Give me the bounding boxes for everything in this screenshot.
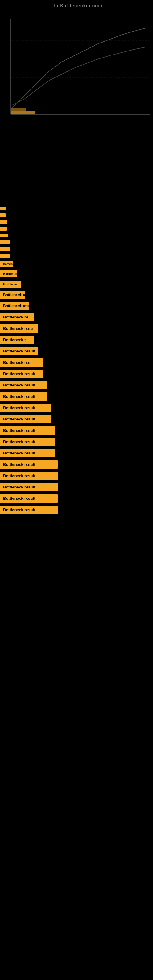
result-row-2 — [0, 213, 153, 218]
bottleneck-result-bar-27: Bottleneck result — [0, 460, 57, 469]
bottleneck-result-bar-19: Bottleneck result — [0, 370, 43, 378]
site-title: TheBottlenecker.com — [0, 0, 153, 10]
result-row-7: B — [0, 247, 153, 251]
result-row-23: Bottleneck result — [0, 414, 153, 424]
result-row-8: B — [0, 253, 153, 258]
bottleneck-result-bar-3 — [0, 220, 7, 224]
result-row-5 — [0, 233, 153, 238]
result-row-10: Bottleneck r — [0, 270, 153, 278]
result-row-16: Bottleneck r — [0, 335, 153, 345]
result-row-13: Bottleneck result — [0, 301, 153, 310]
bottleneck-result-bar-1 — [0, 207, 5, 210]
bottleneck-result-bar-17: Bottleneck result — [0, 347, 38, 355]
svg-rect-8 — [11, 108, 26, 111]
bottleneck-result-bar-2 — [0, 213, 5, 217]
result-row-20: Bottleneck result — [0, 380, 153, 390]
bottleneck-result-bar-8: B — [0, 254, 10, 258]
bottleneck-result-bar-22: Bottleneck result — [0, 404, 51, 412]
bottleneck-result-bar-5 — [0, 234, 8, 237]
result-row-26: Bottleneck result — [0, 449, 153, 458]
bottleneck-result-bar-20: Bottleneck result — [0, 381, 48, 389]
bottleneck-result-bar-9: Bottlen — [0, 261, 13, 267]
result-row-24: Bottleneck result — [0, 426, 153, 435]
bottleneck-result-bar-6: B — [0, 240, 10, 244]
result-row-17: Bottleneck result — [0, 346, 153, 356]
bottleneck-result-bar-12: Bottleneck res — [0, 291, 25, 299]
bottleneck-result-bar-25: Bottleneck result — [0, 438, 55, 446]
result-row-30: Bottleneck result — [0, 494, 153, 503]
bottleneck-result-bar-16: Bottleneck r — [0, 336, 33, 344]
bottleneck-result-bar-13: Bottleneck result — [0, 302, 29, 310]
svg-rect-7 — [11, 111, 35, 114]
result-row-21: Bottleneck result — [0, 392, 153, 401]
bottleneck-result-bar-24: Bottleneck result — [0, 426, 55, 434]
bottleneck-result-bar-31: Bottleneck result — [0, 506, 57, 514]
bottleneck-result-bar-28: Bottleneck result — [0, 472, 57, 480]
result-row-15: Bottleneck resu — [0, 324, 153, 333]
result-row-14: Bottleneck re — [0, 312, 153, 322]
bottleneck-result-bar-23: Bottleneck result — [0, 415, 51, 423]
result-row-29: Bottleneck result — [0, 482, 153, 492]
result-row-22: Bottleneck result — [0, 403, 153, 412]
site-header: TheBottlenecker.com — [0, 0, 153, 10]
bottleneck-result-bar-4 — [0, 227, 7, 231]
result-row-18: Bottleneck res — [0, 358, 153, 367]
bottleneck-result-bar-14: Bottleneck re — [0, 313, 33, 321]
bottleneck-result-bar-18: Bottleneck res — [0, 358, 43, 367]
bottleneck-result-bar-29: Bottleneck result — [0, 483, 57, 491]
results-container: BBBBottlenBottleneck rBottlenecBottlenec… — [0, 203, 153, 519]
result-row-9: Bottlen — [0, 260, 153, 268]
bottleneck-result-bar-26: Bottleneck result — [0, 449, 55, 457]
bottleneck-result-bar-30: Bottleneck result — [0, 494, 57, 503]
result-row-3 — [0, 220, 153, 224]
result-row-28: Bottleneck result — [0, 471, 153, 480]
bottleneck-result-bar-7: B — [0, 247, 10, 251]
result-row-12: Bottleneck res — [0, 290, 153, 299]
result-row-19: Bottleneck result — [0, 369, 153, 379]
bottleneck-result-bar-21: Bottleneck result — [0, 392, 48, 401]
result-row-11: Bottlenec — [0, 280, 153, 288]
result-row-6: B — [0, 240, 153, 245]
result-row-4 — [0, 226, 153, 231]
chart-area — [0, 10, 153, 126]
bottleneck-result-bar-11: Bottlenec — [0, 280, 21, 288]
result-row-1 — [0, 206, 153, 211]
bottleneck-result-bar-15: Bottleneck resu — [0, 324, 38, 332]
bottleneck-result-bar-10: Bottleneck r — [0, 270, 17, 277]
result-row-25: Bottleneck result — [0, 437, 153, 447]
result-row-31: Bottleneck result — [0, 505, 153, 514]
result-row-27: Bottleneck result — [0, 460, 153, 469]
